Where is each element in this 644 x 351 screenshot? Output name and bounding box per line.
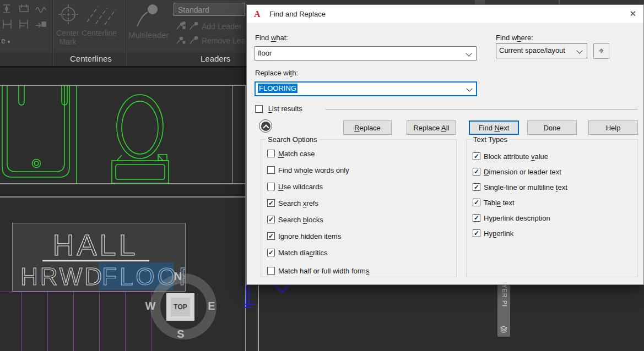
multileader-icon[interactable] — [134, 2, 161, 30]
centerlines-panel-label[interactable]: Centerlines — [70, 54, 112, 63]
hall-text: HALL — [52, 228, 138, 261]
checkbox-row-hyperlink: ✓ Hyperlink — [473, 228, 635, 238]
find-what-combo[interactable]: floor — [255, 46, 477, 61]
viewcube-top-face[interactable]: TOP — [166, 293, 194, 321]
checkbox-row-hyperlink-description: ✓ Hyperlink description — [473, 213, 635, 223]
add-leader-alt-icon[interactable] — [188, 21, 199, 32]
centerline-label[interactable]: Centerline — [82, 29, 117, 37]
select-objects-button[interactable]: ⌖ — [593, 43, 609, 59]
squiggle-icon[interactable] — [34, 2, 47, 15]
center-mark-icon[interactable] — [57, 3, 79, 25]
find-where-value: Current space/layout — [499, 46, 565, 54]
bathtub-outer — [2, 86, 69, 177]
replace-with-label: Replace with: — [255, 69, 298, 77]
dimension-icon[interactable] — [1, 2, 14, 15]
centerline-icon[interactable] — [83, 3, 117, 25]
list-results-row: List results — [255, 104, 302, 113]
ribbon-top-fragment — [475, 0, 485, 4]
add-leader-label[interactable]: Add Leader — [202, 22, 246, 31]
chevron-down-icon[interactable] — [466, 50, 472, 56]
viewport-border — [0, 196, 245, 198]
done-button[interactable]: Done — [527, 120, 577, 135]
find-where-combo[interactable]: Current space/layout — [496, 43, 587, 58]
ribbon: e ▾ Center Mark Centerline Multileader S… — [0, 0, 246, 66]
chevron-down-icon[interactable] — [466, 85, 472, 91]
viewcube-top-label: TOP — [171, 298, 190, 316]
toilet-connector — [117, 155, 163, 161]
checkbox-row-match-diacritics: ✓ Match diacritics — [267, 248, 454, 257]
center-mark-label[interactable]: Center Mark — [55, 29, 80, 46]
checkbox-search-xrefs[interactable]: ✓ — [267, 199, 275, 207]
find-replace-dialog: A Find and Replace ✕ Find what: floor Fi… — [246, 4, 644, 285]
layer-tool-tab[interactable]: LAYER PI — [497, 282, 510, 337]
toilet-base-outer — [112, 161, 169, 183]
checkbox-row-match-half-or-full-width-forms: Match half or full width forms — [267, 266, 454, 276]
find-what-value: floor — [258, 49, 272, 57]
hrwd-text: HRWD — [20, 263, 104, 290]
checkbox-ignore-hidden-items[interactable]: ✓ — [267, 232, 275, 240]
checkbox-search-blocks[interactable]: ✓ — [267, 216, 275, 223]
viewcube-west[interactable]: W — [145, 300, 156, 312]
help-button[interactable]: Help — [588, 120, 638, 135]
dim-continue-icon[interactable] — [18, 18, 31, 31]
find-next-button[interactable]: Find Next — [469, 120, 519, 135]
hall-text-block[interactable]: HALL HRWD FLOOR — [12, 223, 186, 292]
checkbox-row-block-attribute-value: ✓ Block attribute value — [473, 151, 635, 161]
remove-leader-icon[interactable] — [175, 35, 186, 46]
dialog-titlebar[interactable]: A Find and Replace ✕ — [247, 5, 643, 23]
checkbox-row-search-xrefs: ✓ Search xrefs — [267, 198, 454, 208]
dimension-box-icon[interactable] — [18, 2, 31, 15]
checkbox-row-use-wildcards: Use wildcards — [267, 182, 454, 191]
viewcube-north[interactable]: N — [174, 270, 182, 283]
replace-button[interactable]: Replace — [343, 120, 392, 135]
remove-leader-alt-icon[interactable] — [188, 35, 199, 46]
chevron-down-icon[interactable] — [576, 47, 582, 53]
remove-leader-label[interactable]: Remove Lead — [202, 36, 246, 45]
add-leader-icon[interactable] — [175, 21, 186, 32]
bathtub-fitting — [19, 86, 24, 105]
viewcube-east[interactable]: E — [208, 300, 215, 312]
panel-separator — [52, 52, 53, 66]
checkbox-block-attribute-value[interactable]: ✓ — [473, 152, 480, 160]
checkbox-hyperlink-description[interactable]: ✓ — [473, 214, 480, 222]
chevron-up-icon — [261, 122, 270, 131]
ribbon-top-divider — [559, 0, 560, 4]
checkbox-use-wildcards[interactable] — [267, 183, 275, 190]
dim-baseline-icon[interactable] — [1, 18, 14, 31]
leaders-panel-label[interactable]: Leaders — [201, 54, 230, 63]
bathtub-drain — [34, 161, 39, 166]
checkbox-hyperlink[interactable]: ✓ — [473, 229, 480, 237]
checkbox-row-single-line-or-multiline-text: ✓ Single-line or multiline text — [473, 182, 635, 192]
bathtub-inner — [7, 86, 64, 172]
checkbox-match-case[interactable] — [267, 150, 275, 157]
toilet-bowl-inner — [122, 101, 158, 154]
replace-all-button[interactable]: Replace All — [407, 120, 456, 135]
panel-separator — [126, 52, 127, 66]
checkbox-row-table-text: ✓ Table text — [473, 198, 635, 207]
multileader-label[interactable]: Multileader — [128, 31, 169, 40]
style-mini-dropdown[interactable]: e ▾ — [1, 36, 10, 45]
floorboard-lines — [0, 292, 156, 351]
multileader-style-combo[interactable]: Standard — [174, 3, 245, 16]
replace-with-combo[interactable]: FLOORING — [255, 81, 477, 96]
checkbox-dimension-or-leader-text[interactable]: ✓ — [473, 168, 480, 176]
checkbox-single-line-or-multiline-text[interactable]: ✓ — [473, 183, 480, 191]
checkbox-row-ignore-hidden-items: ✓ Ignore hidden items — [267, 231, 454, 241]
find-where-label: Find where: — [496, 34, 533, 42]
collapse-options-button[interactable] — [259, 119, 272, 133]
viewcube-south[interactable]: S — [177, 328, 184, 341]
checkbox-match-diacritics[interactable]: ✓ — [267, 249, 275, 256]
dialog-title: Find and Replace — [269, 10, 326, 18]
toilet-base-inner — [116, 164, 165, 179]
replace-with-value: FLOORING — [258, 84, 297, 93]
checkbox-find-whole-words-only[interactable] — [267, 166, 275, 174]
checkbox-table-text[interactable]: ✓ — [473, 199, 480, 206]
pick-point-icon: ⌖ — [599, 46, 604, 56]
dim-break-icon[interactable] — [34, 18, 47, 31]
checkbox-match-half-or-full-width-forms[interactable] — [267, 267, 275, 275]
close-icon[interactable]: ✕ — [629, 9, 636, 19]
ribbon-panel-label-row: ↘ Centerlines Leaders — [0, 52, 246, 66]
list-results-checkbox[interactable] — [255, 105, 263, 113]
bathtub-drain — [33, 160, 41, 168]
checkbox-row-match-case: Match case — [267, 149, 454, 158]
